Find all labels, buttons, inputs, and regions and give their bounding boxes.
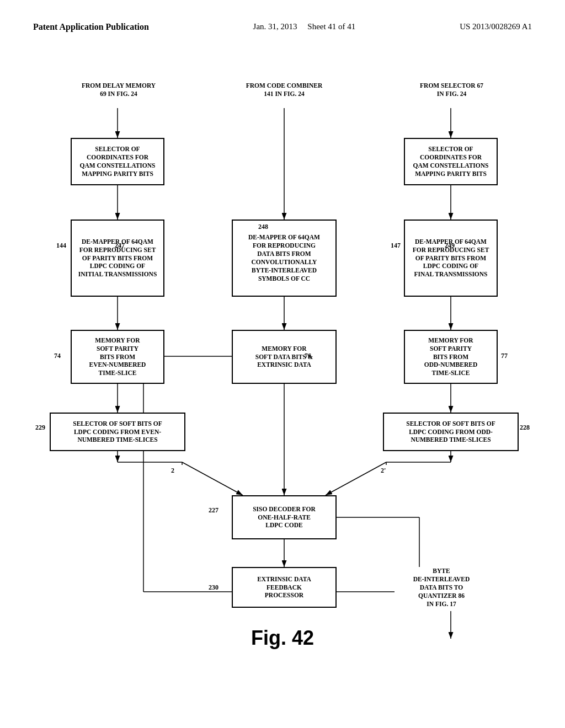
page-header: Patent Application Publication Jan. 31, …: [33, 22, 532, 32]
label-2-left: 2: [171, 467, 174, 475]
demapper-right-box: DE-MAPPER OF 64QAMFOR REPRODUCING SETOF …: [404, 220, 498, 297]
siso-decoder-box: SISO DECODER FORONE-HALF-RATELDPC CODE: [232, 495, 337, 539]
selector-left-box: SELECTOR OFCOORDINATES FORQAM CONSTELLAT…: [71, 138, 164, 185]
demapper-center-box: DE-MAPPER OF 64QAMFOR REPRODUCINGDATA BI…: [232, 220, 337, 297]
diagram-area: FROM DELAY MEMORY69 IN FIG. 24 FROM CODE…: [33, 65, 532, 661]
svg-line-14: [182, 462, 243, 495]
selector-right-box: SELECTOR OFCOORDINATES FORQAM CONSTELLAT…: [404, 138, 498, 185]
page: Patent Application Publication Jan. 31, …: [0, 0, 565, 728]
selector-soft-left-box: SELECTOR OF SOFT BITS OFLDPC CODING FROM…: [50, 413, 185, 451]
from-code-combiner-label: FROM CODE COMBINER141 IN FIG. 24: [232, 82, 337, 98]
memory-right-box: MEMORY FORSOFT PARITYBITS FROMODD-NUMBER…: [404, 330, 498, 384]
label-249: 249: [445, 242, 455, 250]
label-76: 76: [305, 352, 311, 360]
byte-deinterleaved-label: BYTEDE-INTERLEAVEDDATA BITS TOQUANTIZER …: [395, 567, 488, 608]
label-230: 230: [209, 584, 218, 592]
label-229: 229: [35, 424, 45, 432]
publication-date: Jan. 31, 2013: [253, 22, 297, 31]
label-228: 228: [520, 424, 530, 432]
header-center: Jan. 31, 2013 Sheet 41 of 41: [253, 22, 356, 31]
sheet-info: Sheet 41 of 41: [307, 22, 355, 31]
label-77: 77: [501, 352, 508, 360]
from-selector-67-label: FROM SELECTOR 67IN FIG. 24: [412, 82, 492, 98]
label-144: 144: [56, 242, 66, 250]
selector-soft-right-box: SELECTOR OF SOFT BITS OFLDPC CODING FROM…: [383, 413, 519, 451]
publication-title: Patent Application Publication: [33, 22, 149, 32]
extrinsic-feedback-box: EXTRINSIC DATAFEEDBACKPROCESSOR: [232, 567, 337, 608]
memory-center-box: MEMORY FORSOFT DATA BITS &EXTRINSIC DATA: [232, 330, 337, 384]
label-74: 74: [54, 352, 61, 360]
svg-line-16: [326, 462, 386, 495]
from-delay-memory-label: FROM DELAY MEMORY69 IN FIG. 24: [77, 82, 160, 98]
demapper-left-box: DE-MAPPER OF 64QAMFOR REPRODUCING SETOF …: [71, 220, 164, 297]
memory-left-box: MEMORY FORSOFT PARITYBITS FROMEVEN-NUMBE…: [71, 330, 164, 384]
label-227: 227: [209, 506, 218, 515]
label-248: 248: [258, 223, 268, 231]
label-147: 147: [391, 242, 401, 250]
label-2-right: 2': [381, 467, 386, 475]
figure-caption: Fig. 42: [251, 627, 314, 650]
label-247: 247: [115, 242, 125, 250]
patent-number: US 2013/0028269 A1: [460, 22, 532, 31]
